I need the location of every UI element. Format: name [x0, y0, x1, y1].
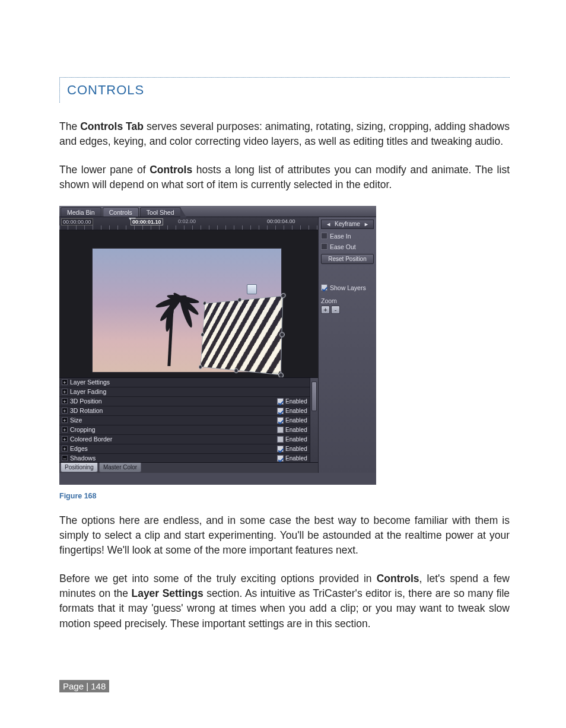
resize-handle[interactable] — [203, 301, 206, 306]
attr-label: Layer Fading — [70, 388, 318, 395]
expand-icon[interactable]: + — [62, 436, 68, 442]
expand-icon[interactable]: + — [62, 417, 68, 423]
paragraph-2: The lower pane of Controls hosts a long … — [59, 163, 510, 193]
controls-tab-bold: Controls Tab — [80, 120, 144, 132]
attr-label: Cropping — [70, 426, 277, 433]
attr-3d-position[interactable]: + 3D Position Enabled — [59, 397, 318, 406]
enabled-checkbox[interactable] — [277, 446, 284, 452]
tab-controls[interactable]: Controls — [103, 207, 139, 217]
expand-icon[interactable]: – — [62, 455, 68, 461]
attr-label: Layer Settings — [70, 379, 318, 386]
paragraph-4: Before we get into some of the truly exc… — [59, 571, 510, 632]
attr-shadows[interactable]: – Shadows Enabled — [59, 454, 318, 462]
layer-chip-icon[interactable] — [247, 284, 257, 294]
section-heading-box: CONTROLS — [59, 77, 510, 103]
expand-icon[interactable]: + — [62, 427, 68, 433]
keyframe-timeline[interactable]: 00:00:00.00 00:00:01.10 0:02.00 00:00:04… — [59, 217, 318, 230]
attr-colored-border[interactable]: + Colored Border Enabled — [59, 435, 318, 444]
bottom-tabs: Positioning Master Color — [59, 462, 318, 473]
attr-3d-rotation[interactable]: + 3D Rotation Enabled — [59, 406, 318, 416]
attr-layer-settings[interactable]: + Layer Settings — [59, 378, 318, 387]
figure-caption: Figure 168 — [59, 492, 510, 500]
top-tabs: Media Bin Controls Tool Shed — [59, 206, 376, 217]
tab-media-bin[interactable]: Media Bin — [61, 207, 101, 217]
tab-positioning[interactable]: Positioning — [61, 463, 98, 472]
controls-bold: Controls — [150, 164, 192, 176]
attr-layer-fading[interactable]: + Layer Fading — [59, 387, 318, 397]
text: The — [59, 120, 80, 132]
prev-keyframe-icon[interactable]: ◄ — [326, 221, 331, 227]
attribute-list: + Layer Settings + Layer Fading + 3D Pos… — [59, 377, 318, 462]
enabled-checkbox[interactable] — [277, 427, 284, 433]
section-heading: CONTROLS — [67, 82, 504, 98]
expand-icon[interactable]: + — [62, 379, 68, 385]
attribute-scrollbar[interactable] — [310, 378, 318, 462]
keyframe-label: Keyframe — [335, 221, 360, 227]
preview-canvas[interactable] — [59, 230, 318, 377]
enabled-checkbox[interactable] — [277, 398, 284, 405]
attr-label: Size — [70, 417, 277, 424]
enabled-checkbox[interactable] — [277, 455, 284, 462]
attr-label: Colored Border — [70, 435, 277, 443]
expand-icon[interactable]: + — [62, 398, 68, 404]
timeline-mark: 0:02.00 — [178, 218, 196, 224]
ease-out-checkbox[interactable] — [321, 243, 327, 250]
scrollbar-thumb[interactable] — [311, 382, 317, 411]
timeline-current-time: 00:00:01.10 — [131, 218, 163, 225]
controls-right-column: ◄ Keyframe ► Ease In Ease Out Reset Posi… — [318, 217, 376, 473]
reset-position-button[interactable]: Reset Position — [321, 254, 374, 264]
resize-handle[interactable] — [237, 297, 241, 302]
controls-left-column: 00:00:00.00 00:00:01.10 0:02.00 00:00:04… — [59, 217, 318, 473]
text: Before we get into some of the truly exc… — [59, 573, 377, 584]
expand-icon[interactable]: + — [62, 389, 68, 395]
paragraph-1: The Controls Tab serves several purposes… — [59, 119, 510, 150]
zoom-section: Zoom + - — [321, 297, 374, 314]
text: The lower pane of — [59, 164, 150, 176]
attr-label: 3D Rotation — [70, 407, 277, 414]
resize-handle[interactable] — [279, 332, 285, 337]
tab-master-color[interactable]: Master Color — [99, 463, 141, 472]
attr-label: Edges — [70, 445, 277, 452]
background-layer[interactable] — [92, 248, 282, 373]
resize-handle[interactable] — [199, 364, 202, 369]
zoom-out-button[interactable]: - — [331, 306, 340, 314]
attr-label: Shadows — [70, 454, 277, 462]
expand-icon[interactable]: + — [62, 446, 68, 452]
controls-screenshot: Media Bin Controls Tool Shed 00:00:00.00… — [59, 206, 376, 485]
show-layers-checkbox[interactable] — [321, 284, 327, 291]
layer-settings-bold: Layer Settings — [131, 587, 203, 599]
next-keyframe-icon[interactable]: ► — [364, 221, 369, 227]
tab-tool-shed[interactable]: Tool Shed — [140, 207, 181, 217]
ease-in-option[interactable]: Ease In — [321, 233, 374, 240]
paragraph-3: The options here are endless, and in som… — [59, 513, 510, 558]
selected-layer-frame[interactable] — [201, 295, 284, 375]
timeline-end-time: 00:00:04.00 — [267, 218, 295, 224]
expand-icon[interactable]: + — [62, 408, 68, 414]
page-number: Page | 148 — [59, 680, 109, 692]
ease-in-checkbox[interactable] — [321, 233, 327, 239]
attr-size[interactable]: + Size Enabled — [59, 416, 318, 425]
attr-edges[interactable]: + Edges Enabled — [59, 444, 318, 454]
timeline-ticks — [59, 225, 318, 230]
controls-bold-2: Controls — [377, 573, 419, 584]
zoom-in-button[interactable]: + — [321, 306, 330, 314]
enabled-checkbox[interactable] — [277, 408, 284, 414]
ease-in-label: Ease In — [330, 233, 351, 240]
timeline-start-time: 00:00:00.00 — [61, 218, 93, 225]
resize-handle[interactable] — [281, 293, 286, 298]
resize-handle[interactable] — [278, 372, 284, 377]
ease-out-label: Ease Out — [330, 243, 356, 250]
enabled-checkbox[interactable] — [277, 417, 284, 424]
show-layers-option[interactable]: Show Layers — [321, 284, 374, 291]
show-layers-label: Show Layers — [330, 284, 366, 291]
attr-cropping[interactable]: + Cropping Enabled — [59, 425, 318, 435]
enabled-checkbox[interactable] — [277, 436, 284, 443]
palm-tree-graphic — [143, 271, 196, 360]
attr-label: 3D Position — [70, 398, 277, 405]
resize-handle[interactable] — [234, 368, 239, 373]
keyframe-nav[interactable]: ◄ Keyframe ► — [321, 220, 374, 229]
zoom-label: Zoom — [321, 297, 374, 304]
ease-out-option[interactable]: Ease Out — [321, 243, 374, 250]
resize-handle[interactable] — [201, 332, 204, 336]
